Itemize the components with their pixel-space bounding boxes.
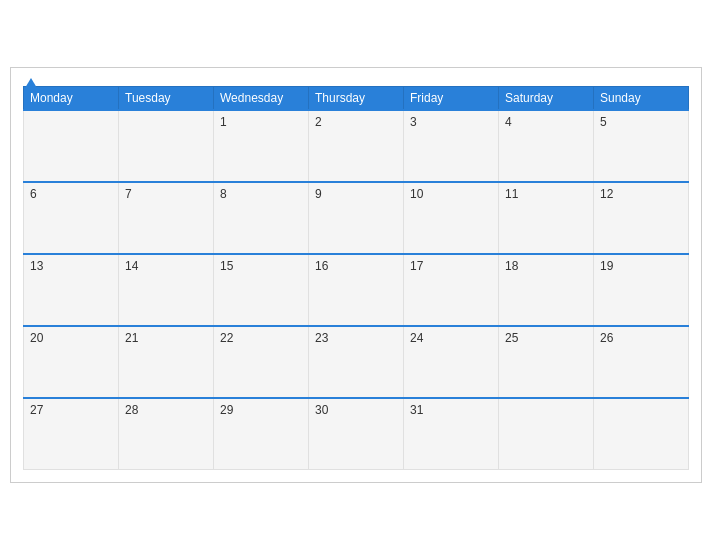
day-number: 8 bbox=[220, 187, 227, 201]
calendar-cell: 2 bbox=[309, 110, 404, 182]
week-row-5: 2728293031 bbox=[24, 398, 689, 470]
calendar-cell: 9 bbox=[309, 182, 404, 254]
calendar-cell: 25 bbox=[499, 326, 594, 398]
day-number: 6 bbox=[30, 187, 37, 201]
day-number: 14 bbox=[125, 259, 138, 273]
day-number: 22 bbox=[220, 331, 233, 345]
calendar-cell: 28 bbox=[119, 398, 214, 470]
calendar-grid: MondayTuesdayWednesdayThursdayFridaySatu… bbox=[23, 86, 689, 471]
calendar-header-row: MondayTuesdayWednesdayThursdayFridaySatu… bbox=[24, 86, 689, 110]
day-number: 16 bbox=[315, 259, 328, 273]
week-row-3: 13141516171819 bbox=[24, 254, 689, 326]
calendar-cell: 4 bbox=[499, 110, 594, 182]
day-number: 30 bbox=[315, 403, 328, 417]
weekday-row: MondayTuesdayWednesdayThursdayFridaySatu… bbox=[24, 86, 689, 110]
calendar-cell: 1 bbox=[214, 110, 309, 182]
weekday-header-saturday: Saturday bbox=[499, 86, 594, 110]
day-number: 15 bbox=[220, 259, 233, 273]
calendar-cell: 16 bbox=[309, 254, 404, 326]
calendar-cell bbox=[594, 398, 689, 470]
day-number: 7 bbox=[125, 187, 132, 201]
calendar-cell: 29 bbox=[214, 398, 309, 470]
day-number: 24 bbox=[410, 331, 423, 345]
day-number: 2 bbox=[315, 115, 322, 129]
calendar-cell: 30 bbox=[309, 398, 404, 470]
week-row-2: 6789101112 bbox=[24, 182, 689, 254]
day-number: 23 bbox=[315, 331, 328, 345]
calendar-cell: 18 bbox=[499, 254, 594, 326]
calendar-cell: 19 bbox=[594, 254, 689, 326]
calendar-cell: 7 bbox=[119, 182, 214, 254]
day-number: 18 bbox=[505, 259, 518, 273]
day-number: 3 bbox=[410, 115, 417, 129]
calendar-cell: 26 bbox=[594, 326, 689, 398]
calendar-cell: 20 bbox=[24, 326, 119, 398]
calendar-cell: 13 bbox=[24, 254, 119, 326]
day-number: 13 bbox=[30, 259, 43, 273]
day-number: 17 bbox=[410, 259, 423, 273]
day-number: 25 bbox=[505, 331, 518, 345]
day-number: 20 bbox=[30, 331, 43, 345]
week-row-4: 20212223242526 bbox=[24, 326, 689, 398]
calendar-cell: 6 bbox=[24, 182, 119, 254]
weekday-header-monday: Monday bbox=[24, 86, 119, 110]
day-number: 19 bbox=[600, 259, 613, 273]
calendar-cell: 3 bbox=[404, 110, 499, 182]
day-number: 26 bbox=[600, 331, 613, 345]
day-number: 27 bbox=[30, 403, 43, 417]
calendar-cell: 27 bbox=[24, 398, 119, 470]
calendar-cell bbox=[24, 110, 119, 182]
brand-logo bbox=[23, 78, 37, 88]
calendar-cell: 10 bbox=[404, 182, 499, 254]
calendar-cell: 22 bbox=[214, 326, 309, 398]
weekday-header-sunday: Sunday bbox=[594, 86, 689, 110]
calendar-cell: 14 bbox=[119, 254, 214, 326]
day-number: 12 bbox=[600, 187, 613, 201]
calendar-container: MondayTuesdayWednesdayThursdayFridaySatu… bbox=[10, 67, 702, 484]
day-number: 21 bbox=[125, 331, 138, 345]
calendar-cell: 8 bbox=[214, 182, 309, 254]
calendar-cell: 5 bbox=[594, 110, 689, 182]
day-number: 31 bbox=[410, 403, 423, 417]
calendar-cell: 17 bbox=[404, 254, 499, 326]
day-number: 11 bbox=[505, 187, 518, 201]
day-number: 1 bbox=[220, 115, 227, 129]
calendar-cell: 21 bbox=[119, 326, 214, 398]
weekday-header-wednesday: Wednesday bbox=[214, 86, 309, 110]
calendar-body: 1234567891011121314151617181920212223242… bbox=[24, 110, 689, 470]
day-number: 28 bbox=[125, 403, 138, 417]
day-number: 5 bbox=[600, 115, 607, 129]
weekday-header-thursday: Thursday bbox=[309, 86, 404, 110]
week-row-1: 12345 bbox=[24, 110, 689, 182]
brand-triangle-icon bbox=[25, 78, 37, 88]
weekday-header-tuesday: Tuesday bbox=[119, 86, 214, 110]
calendar-cell: 15 bbox=[214, 254, 309, 326]
day-number: 4 bbox=[505, 115, 512, 129]
calendar-cell: 12 bbox=[594, 182, 689, 254]
calendar-cell bbox=[119, 110, 214, 182]
calendar-cell bbox=[499, 398, 594, 470]
calendar-cell: 24 bbox=[404, 326, 499, 398]
weekday-header-friday: Friday bbox=[404, 86, 499, 110]
day-number: 29 bbox=[220, 403, 233, 417]
calendar-cell: 11 bbox=[499, 182, 594, 254]
calendar-cell: 23 bbox=[309, 326, 404, 398]
day-number: 10 bbox=[410, 187, 423, 201]
calendar-cell: 31 bbox=[404, 398, 499, 470]
day-number: 9 bbox=[315, 187, 322, 201]
